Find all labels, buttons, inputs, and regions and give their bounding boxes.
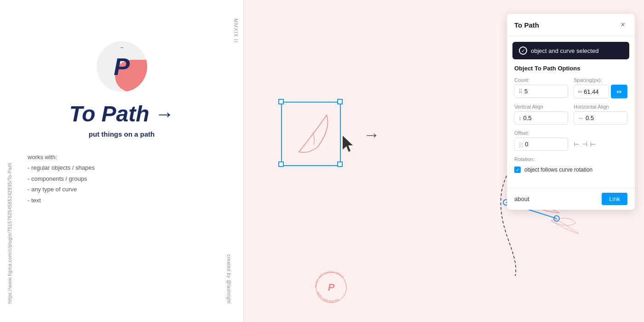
stamp-circle: works with text too whaat works with tex… bbox=[310, 267, 352, 308]
subtitle-text: put things on a path bbox=[89, 130, 155, 138]
options-section: Object To Path Options Count: ⠿ 5 Spacin… bbox=[507, 65, 635, 183]
horizontal-align-label: Horizontal Align bbox=[574, 104, 627, 109]
offset-row: Offset: ||| 0 ⊢ ⊣ ⊢ bbox=[514, 130, 627, 151]
offset-input[interactable]: ||| 0 bbox=[514, 138, 568, 151]
svg-text:P: P bbox=[328, 282, 335, 293]
horizontal-align-input[interactable]: ↔ 0.5 bbox=[574, 111, 627, 125]
svg-marker-5 bbox=[343, 136, 353, 152]
svg-rect-0 bbox=[282, 102, 340, 166]
plugin-panel: To Path × ✓ object and curve selected Ob… bbox=[507, 14, 635, 210]
status-bar: ✓ object and curve selected bbox=[512, 42, 629, 59]
horizontal-align-value: 0.5 bbox=[586, 115, 623, 121]
works-item-4: - text bbox=[28, 195, 95, 206]
rotation-checkbox[interactable]: ✓ bbox=[514, 167, 521, 173]
status-text: object and curve selected bbox=[531, 47, 598, 54]
count-icon: ⠿ bbox=[518, 88, 523, 95]
vertical-align-icon: ↕ bbox=[518, 115, 522, 121]
svg-rect-2 bbox=[338, 99, 342, 104]
status-icon: ✓ bbox=[519, 46, 527, 55]
offset-icon: ||| bbox=[518, 141, 523, 148]
offset-align-label bbox=[574, 130, 627, 136]
close-button[interactable]: × bbox=[618, 20, 627, 29]
works-item-3: - any type of curve bbox=[28, 184, 95, 195]
rotation-checkbox-row: ✓ object follows curve rotation bbox=[514, 167, 627, 173]
spacing-input[interactable]: ⇔ 61.44 bbox=[574, 85, 609, 98]
vertical-align-value: 0.5 bbox=[523, 115, 564, 121]
plugin-header: To Path × bbox=[507, 14, 635, 36]
count-group: Count: ⠿ 5 bbox=[514, 77, 568, 98]
logo-letter: P bbox=[114, 53, 130, 80]
checkbox-checkmark: ✓ bbox=[516, 167, 519, 172]
spacing-icon: ⇔ bbox=[578, 89, 582, 95]
spacing-input-area: ⇔ 61.44 ⇔ bbox=[574, 85, 627, 98]
link-toggle-button[interactable]: ⇔ bbox=[611, 85, 627, 98]
svg-rect-4 bbox=[338, 162, 342, 167]
left-panel: https://www.figma.com/c/plugin/751576264… bbox=[0, 0, 244, 322]
offset-align-buttons: ⊢ ⊣ ⊢ bbox=[574, 138, 627, 148]
works-item-1: - regular objects / shapes bbox=[28, 162, 95, 173]
horizontal-align-icon: ↔ bbox=[578, 115, 584, 121]
works-section: works with: - regular objects / shapes -… bbox=[28, 152, 95, 206]
mmxix-label: MMXIX II bbox=[233, 18, 239, 43]
spacing-label: Spacing(px): bbox=[574, 77, 627, 83]
main-title-area: To Path → bbox=[69, 101, 174, 126]
works-item-2: - components / groups bbox=[28, 173, 95, 184]
offset-group: Offset: ||| 0 bbox=[514, 130, 568, 151]
vertical-align-label: Vertical Align bbox=[514, 104, 568, 109]
count-label: Count: bbox=[514, 77, 568, 83]
svg-text:→: → bbox=[363, 125, 380, 144]
canvas-area: → bbox=[244, 0, 644, 322]
left-panel-content: → P To Path → put things on a path works… bbox=[18, 41, 225, 206]
align-right-icon[interactable]: ⊢ bbox=[590, 140, 596, 148]
align-left-icon[interactable]: ⊢ bbox=[574, 140, 579, 148]
rotation-checkbox-label: object follows curve rotation bbox=[524, 167, 592, 173]
count-value: 5 bbox=[524, 88, 564, 95]
options-title: Object To Path Options bbox=[514, 65, 627, 72]
count-input[interactable]: ⠿ 5 bbox=[514, 85, 568, 98]
spacing-group: Spacing(px): ⇔ 61.44 ⇔ bbox=[574, 77, 627, 98]
link-icon: ⇔ bbox=[616, 88, 622, 95]
align-row: Vertical Align ↕ 0.5 Horizontal Align ↔ … bbox=[514, 104, 627, 125]
created-by: created by @lastnight bbox=[226, 254, 231, 304]
link-button[interactable]: Link bbox=[602, 193, 627, 205]
plugin-footer: about Link bbox=[507, 188, 635, 210]
offset-label: Offset: bbox=[514, 130, 568, 136]
horizontal-align-group: Horizontal Align ↔ 0.5 bbox=[574, 104, 627, 125]
vertical-align-input[interactable]: ↕ 0.5 bbox=[514, 111, 568, 125]
main-title-text: To Path bbox=[69, 101, 149, 126]
about-text: about bbox=[514, 196, 529, 202]
vertical-align-group: Vertical Align ↕ 0.5 bbox=[514, 104, 568, 125]
title-arrow: → bbox=[155, 103, 174, 125]
offset-value: 0 bbox=[525, 141, 564, 148]
logo-circle: → P bbox=[97, 41, 147, 92]
svg-rect-1 bbox=[279, 99, 283, 104]
plugin-title: To Path bbox=[514, 21, 539, 29]
svg-rect-3 bbox=[279, 162, 283, 167]
align-center-icon[interactable]: ⊣ bbox=[582, 140, 587, 148]
spacing-value: 61.44 bbox=[584, 88, 605, 95]
works-label: works with: bbox=[28, 152, 95, 162]
count-spacing-row: Count: ⠿ 5 Spacing(px): ⇔ 61.44 ⇔ bbox=[514, 77, 627, 98]
offset-align-group: ⊢ ⊣ ⊢ bbox=[574, 130, 627, 151]
rotation-label: Rotation: bbox=[514, 156, 627, 162]
url-text: https://www.figma.com/c/plugin/751576264… bbox=[7, 163, 12, 304]
